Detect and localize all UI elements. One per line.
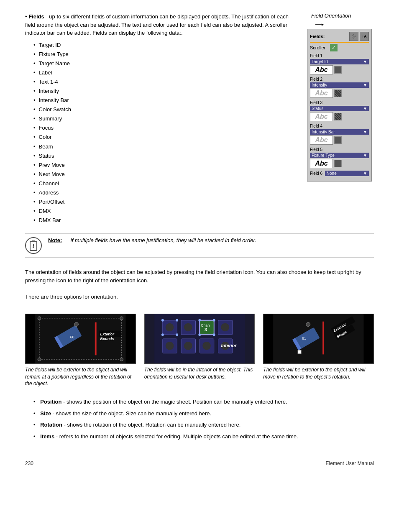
list-item: Beam [33,142,299,151]
field-3-display: Abc [310,112,369,121]
svg-point-11 [120,317,123,320]
svg-marker-1 [322,23,324,26]
panel-box: Fields: ↑A Scroller ✓ [307,29,372,182]
items-text: - refers to the number of objects select… [56,433,298,440]
svg-text:Chan: Chan [201,323,210,327]
field-2-abc: Abc [310,89,333,98]
note-icon [25,237,42,254]
exterior-shape-item: 61 Exterior Shape The fields will be ext… [263,314,374,381]
field-3-abc: Abc [310,112,333,121]
list-item: Color Swatch [33,105,299,114]
exterior-bounds-caption: The fields will be exterior to the objec… [25,366,136,387]
size-label: Size [40,410,51,417]
svg-point-43 [161,333,164,336]
field-5-row: Field 5: Fixture Type ▼ Abc [310,147,369,168]
field-3-row: Field 3: Status ▼ Abc [310,100,369,121]
field-1-color[interactable] [334,66,342,74]
list-item: Color [33,133,299,142]
svg-point-24 [165,323,174,332]
svg-rect-16 [95,322,97,356]
field-4-color[interactable] [334,136,342,144]
interior-svg: Chan 3 [145,314,255,363]
field-3-select[interactable]: Status [312,106,323,111]
bottom-bullets: Position - shows the position of the obj… [25,398,374,444]
field-3-color[interactable] [334,113,342,120]
svg-point-12 [38,358,41,361]
list-item: Focus [33,123,299,133]
field-5-color[interactable] [334,160,342,167]
list-item: Next Move [33,170,299,179]
scroller-checkbox[interactable]: ✓ [330,44,338,51]
size-bullet: Size - shows the size of the object. Siz… [33,409,374,418]
exterior-bounds-item: 60 Exterior Bounds The fields will be ex… [25,314,136,387]
orientation-icon-btn[interactable] [349,32,358,41]
page-footer: 230 Element User Manual [25,460,374,466]
svg-point-44 [176,333,178,336]
svg-text:Bounds: Bounds [100,337,114,341]
svg-point-10 [38,317,41,320]
page-content: • Fields - up to six different fields of… [25,13,374,466]
svg-point-26 [184,323,192,332]
field-1-row: Field 1: Target Id ▼ Abc [310,54,369,74]
fields-bold: Fields [28,13,44,20]
list-item: Intensity [33,87,299,96]
svg-point-17 [74,322,79,327]
rotation-bullet: Rotation - shows the rotation of the obj… [33,421,374,429]
svg-point-48 [212,333,215,336]
field-6-select[interactable]: None [327,171,337,176]
size-text: - shows the size of the object. Size can… [53,410,211,417]
field-orientation-label: Field Orientation [311,13,374,19]
exterior-shape-caption: The fields will be exterior to the objec… [263,366,374,381]
field-6-label: Field 6: [310,171,324,176]
list-item: Fixture Type [33,50,299,59]
svg-marker-3 [353,35,355,38]
svg-rect-53 [323,322,325,355]
list-item: Channel [33,179,299,188]
exterior-shape-svg: 61 Exterior Shape [263,314,373,363]
field-2-select[interactable]: Intensity [312,83,327,87]
exterior-bounds-svg: 60 Exterior Bounds [26,314,136,363]
list-item: Target Name [33,59,299,68]
svg-text:61: 61 [302,336,306,340]
orientation-images: 60 Exterior Bounds The fields will be ex… [25,314,374,387]
list-item: Status [33,151,299,161]
svg-point-36 [184,342,192,350]
svg-point-6 [33,246,34,248]
field-4-display: Abc [310,136,369,145]
svg-point-41 [161,319,164,322]
exterior-shape-image: 61 Exterior Shape [263,314,374,364]
field-2-color[interactable] [334,90,342,97]
text-upright-icon-btn[interactable]: ↑A [360,32,369,41]
svg-text:Interior: Interior [221,343,237,348]
list-item: Prev Move [33,161,299,170]
intro-text-body: - up to six different fields of custom i… [25,13,289,36]
interior-caption: The fields will be in the interior of th… [144,366,255,381]
field-5-select[interactable]: Fixture Type [312,153,335,158]
list-item: DMX [33,207,299,216]
field-orientation-panel: Field Orientation Fields: ↑A [307,13,374,225]
field-2-display: Abc [310,89,369,98]
field-6-row: Field 6: None ▼ [310,171,369,176]
list-item: Intensity Bar [33,96,299,105]
page-number: 230 [25,460,33,466]
rotation-label: Rotation [40,422,62,428]
svg-point-46 [212,319,215,322]
field-4-select[interactable]: Intensity Bar [312,130,335,134]
text-column: • Fields - up to six different fields of… [25,13,299,225]
note-text: If multiple fields have the same justifi… [70,237,256,243]
field-2-label: Field 2: [310,77,369,82]
field-1-select[interactable]: Target Id [312,59,328,64]
svg-point-34 [165,342,174,350]
position-label: Position [40,399,61,405]
list-item: Summary [33,114,299,123]
orientation-body-1: The orientation of fields around the obj… [25,268,374,284]
list-item: Label [33,68,299,77]
rotation-text: - shows the rotation of the object. Rota… [64,422,241,428]
orientation-arrow [313,20,326,27]
svg-point-47 [198,333,201,336]
list-item: Target ID [33,41,299,50]
svg-text:Exterior: Exterior [100,332,115,336]
field-5-label: Field 5: [310,147,369,152]
field-4-label: Field 4: [310,124,369,128]
interior-item: Chan 3 [144,314,255,381]
